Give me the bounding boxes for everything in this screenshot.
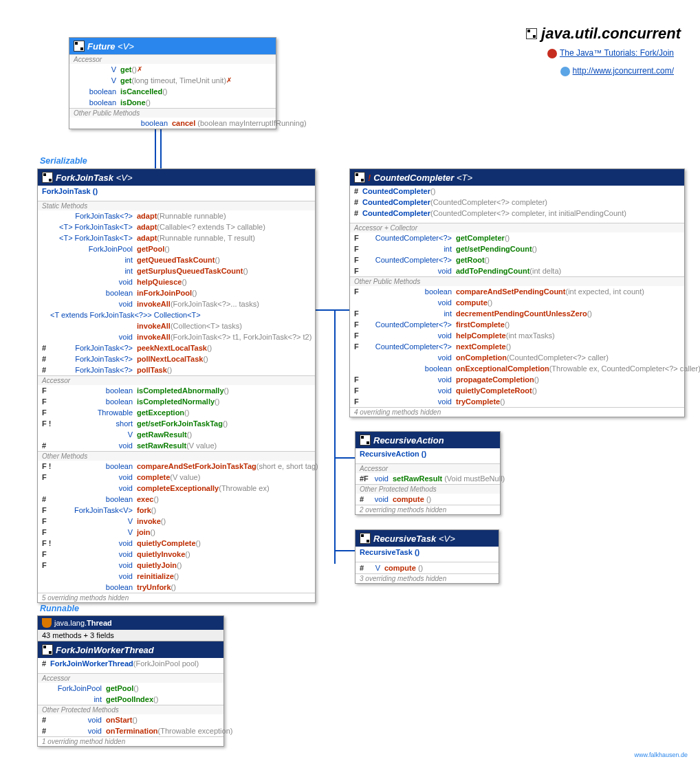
bullet-icon bbox=[547, 49, 557, 58]
method-row: booleanisCancelled () bbox=[69, 86, 276, 97]
constructor-row: ForkJoinTask () bbox=[38, 186, 315, 197]
tutorial-link[interactable]: The Java™ Tutorials: Fork/Join bbox=[547, 48, 674, 58]
method-row: #voidonTermination (Throwable exception) bbox=[38, 725, 223, 736]
section-label: Accessor + Collector bbox=[350, 223, 684, 232]
method-row: Vget (long timeout, TimeUnit unit) ✗ bbox=[69, 75, 276, 86]
section-label: Other Public Methods bbox=[350, 276, 684, 286]
method-row: #ForkJoinTask<?>pollNextLocalTask () bbox=[38, 353, 315, 364]
class-header: Future <V> bbox=[69, 38, 276, 54]
section-label: Accessor bbox=[69, 54, 276, 64]
summary-row: 43 methods + 3 fields bbox=[38, 630, 223, 641]
method-row: voidonCompletion (CountedCompleter<?> ca… bbox=[350, 352, 684, 363]
constructor-row: #CountedCompleter (CountedCompleter<?> c… bbox=[350, 208, 684, 219]
method-row: voidinvokeAll (ForkJoinTask<?>... tasks) bbox=[38, 298, 315, 309]
method-row: FCountedCompleter<?>getCompleter () bbox=[350, 232, 684, 243]
method-row: Fvoidcomplete (V value) bbox=[38, 472, 315, 483]
section-label: Static Methods bbox=[38, 201, 315, 210]
footer-note: 4 overriding methods hidden bbox=[350, 407, 684, 417]
footer-note: 2 overriding methods hidden bbox=[356, 505, 500, 514]
annotation-serializable: Serializable bbox=[40, 156, 87, 166]
section-label: Other Public Methods bbox=[69, 108, 276, 118]
method-row: ForkJoinPoolgetPool () bbox=[38, 683, 223, 694]
method-row: booleantryUnfork () bbox=[38, 582, 315, 593]
class-box-countedcompleter: !CountedCompleter <T> #CountedCompleter … bbox=[349, 168, 685, 417]
class-box-thread-group: java.lang.Thread 43 methods + 3 fields F… bbox=[37, 615, 224, 747]
connector-line bbox=[334, 457, 356, 459]
method-row: invokeAll (Collection<T> tasks) bbox=[38, 320, 315, 331]
package-icon bbox=[526, 28, 537, 39]
method-row: voidinvokeAll (ForkJoinTask<?> t1, ForkJ… bbox=[38, 331, 315, 342]
method-row: VgetRawResult () bbox=[38, 429, 315, 440]
method-row: voidhelpQuiesce () bbox=[38, 276, 315, 287]
constructor-row: #CountedCompleter () bbox=[350, 186, 684, 197]
method-row: booleaninForkJoinPool () bbox=[38, 287, 315, 298]
section-label: Other Methods bbox=[38, 451, 315, 461]
method-row: #booleanexec () bbox=[38, 494, 315, 505]
method-row: Fintget/setPendingCount () bbox=[350, 243, 684, 254]
page-title: java.util.concurrent bbox=[526, 25, 681, 43]
class-box-recursiveaction: RecursiveAction RecursiveAction () Acces… bbox=[355, 431, 501, 515]
connector-line bbox=[160, 122, 162, 171]
section-label: Accessor bbox=[38, 375, 315, 385]
site-link[interactable]: http://www.jconcurrent.com/ bbox=[560, 66, 674, 76]
footer-note: 1 overriding method hidden bbox=[38, 736, 223, 746]
method-row: voidcompleteExceptionally (Throwable ex) bbox=[38, 483, 315, 494]
class-box-recursivetask: RecursiveTask <V> RecursiveTask () #Vcom… bbox=[355, 529, 499, 584]
annotation-runnable: Runnable bbox=[40, 604, 79, 613]
class-header: !CountedCompleter <T> bbox=[350, 169, 684, 186]
class-header: ForkJoinWorkerThread bbox=[38, 641, 223, 658]
section-label: Other Protected Methods bbox=[38, 705, 223, 714]
cup-icon bbox=[42, 618, 52, 628]
method-row: #voidcompute () bbox=[356, 494, 500, 505]
footer-note: 3 overriding methods hidden bbox=[356, 573, 499, 583]
method-row: FVjoin () bbox=[38, 527, 315, 538]
method-row: FvoidquietlyCompleteRoot () bbox=[350, 385, 684, 396]
method-row: FCountedCompleter<?>nextComplete () bbox=[350, 341, 684, 352]
connector-line bbox=[334, 550, 356, 551]
class-box-future: Future <V> Accessor Vget () ✗Vget (long … bbox=[69, 37, 276, 129]
method-row: FbooleancompareAndSetPendingCount (int e… bbox=[350, 286, 684, 297]
method-row: FbooleanisCompletedAbnormally () bbox=[38, 385, 315, 396]
section-label: Accessor bbox=[38, 673, 223, 683]
method-row: F !voidquietlyComplete () bbox=[38, 538, 315, 549]
method-row: voidreinitialize () bbox=[38, 571, 315, 582]
method-row: FbooleanisCompletedNormally () bbox=[38, 396, 315, 407]
footer-note: 5 overriding methods hidden bbox=[38, 593, 315, 602]
method-row: #FvoidsetRawResult (Void mustBeNull) bbox=[356, 473, 500, 484]
method-row: Vget () ✗ bbox=[69, 64, 276, 75]
connector-line bbox=[334, 309, 336, 564]
connector-line bbox=[155, 122, 156, 171]
method-row: FThrowablegetException () bbox=[38, 407, 315, 418]
method-row: F !booleancompareAndSetForkJoinTaskTag (… bbox=[38, 461, 315, 472]
class-header: ForkJoinTask <V> bbox=[38, 169, 315, 186]
class-icon bbox=[354, 172, 365, 183]
method-row: F !shortget/setForkJoinTaskTag () bbox=[38, 418, 315, 429]
method-row: FintdecrementPendingCountUnlessZero () bbox=[350, 308, 684, 319]
class-box-forkjointask: ForkJoinTask <V> ForkJoinTask () Static … bbox=[37, 168, 316, 603]
method-row: intgetQueuedTaskCount () bbox=[38, 254, 315, 265]
method-row: FCountedCompleter<?>firstComplete () bbox=[350, 319, 684, 330]
section-label: Accessor bbox=[356, 463, 500, 473]
class-icon bbox=[42, 172, 53, 183]
method-row: #voidonStart () bbox=[38, 714, 223, 725]
method-row: intgetPoolIndex () bbox=[38, 694, 223, 705]
class-header: RecursiveAction bbox=[356, 432, 500, 448]
method-row: <T extends ForkJoinTask<?>> Collection<T… bbox=[38, 309, 315, 320]
method-row: FvoidhelpComplete (int maxTasks) bbox=[350, 330, 684, 341]
method-row: FvoidquietlyInvoke () bbox=[38, 549, 315, 560]
class-header: RecursiveTask <V> bbox=[356, 530, 499, 547]
method-row: voidcompute () bbox=[350, 297, 684, 308]
method-row: <T> ForkJoinTask<T>adapt (Callable<? ext… bbox=[38, 221, 315, 232]
method-row: ForkJoinPoolgetPool () bbox=[38, 243, 315, 254]
method-row: booleancancel (boolean mayInterruptIfRun… bbox=[69, 118, 276, 129]
method-row: #ForkJoinTask<?>peekNextLocalTask () bbox=[38, 342, 315, 353]
method-row: FvoidquietlyJoin () bbox=[38, 560, 315, 571]
method-row: FForkJoinTask<V>fork () bbox=[38, 505, 315, 516]
class-icon bbox=[360, 533, 371, 544]
method-row: <T> ForkJoinTask<T>adapt (Runnable runna… bbox=[38, 232, 315, 243]
method-row: FvoidaddToPendingCount (int delta) bbox=[350, 265, 684, 276]
method-row: #Vcompute () bbox=[356, 562, 499, 573]
method-row: FVinvoke () bbox=[38, 516, 315, 527]
constructor-row: #CountedCompleter (CountedCompleter<?> c… bbox=[350, 197, 684, 208]
method-row: #voidsetRawResult (V value) bbox=[38, 440, 315, 451]
